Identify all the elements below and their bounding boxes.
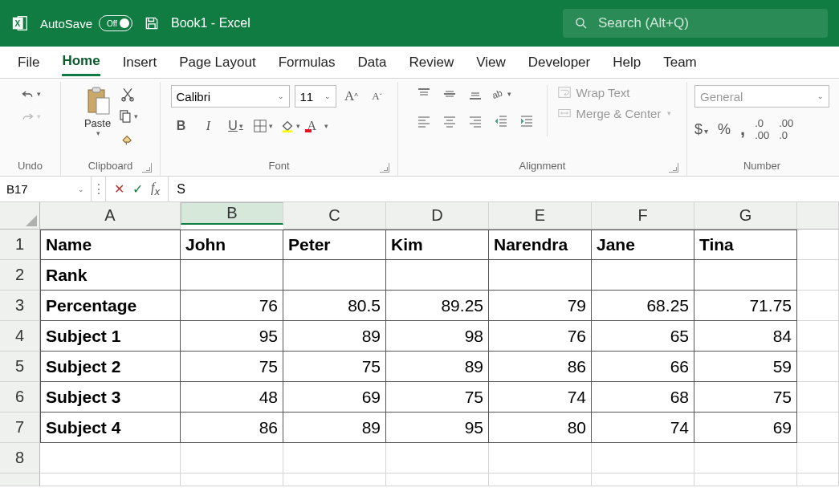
cell[interactable]: [592, 474, 694, 486]
cell[interactable]: [283, 260, 386, 291]
currency-button[interactable]: $▾: [694, 121, 708, 138]
cell[interactable]: 68.25: [592, 291, 694, 321]
cell[interactable]: [797, 352, 839, 382]
cell[interactable]: 80: [489, 413, 592, 443]
tab-team[interactable]: Team: [663, 50, 697, 75]
redo-button[interactable]: ▾: [20, 108, 41, 125]
cell[interactable]: Name: [40, 230, 181, 260]
bold-button[interactable]: B: [171, 117, 192, 135]
cell[interactable]: [797, 291, 839, 321]
save-icon[interactable]: [144, 15, 160, 31]
column-header-h[interactable]: [797, 202, 839, 230]
cell[interactable]: Percentage: [40, 291, 181, 321]
cell[interactable]: 80.5: [283, 291, 386, 321]
cell[interactable]: [386, 260, 489, 291]
cell[interactable]: [40, 474, 181, 486]
align-center-button[interactable]: [439, 112, 460, 130]
cell[interactable]: 66: [592, 352, 694, 382]
cell[interactable]: [181, 443, 283, 474]
cell[interactable]: Subject 3: [40, 382, 181, 413]
cell[interactable]: 59: [694, 352, 797, 382]
cell[interactable]: [283, 443, 386, 474]
cell[interactable]: 86: [181, 413, 283, 443]
column-header-G[interactable]: G: [694, 202, 797, 230]
cell[interactable]: [797, 260, 839, 291]
cell[interactable]: Peter: [283, 230, 386, 260]
cell[interactable]: Subject 2: [40, 352, 181, 382]
tab-home[interactable]: Home: [62, 48, 100, 76]
search-input[interactable]: Search (Alt+Q): [563, 9, 828, 38]
cell[interactable]: [797, 443, 839, 474]
cancel-formula-button[interactable]: ✕: [114, 181, 124, 197]
cell[interactable]: 75: [181, 352, 283, 382]
row-header-9[interactable]: [0, 474, 40, 486]
cell[interactable]: [797, 474, 839, 486]
cell[interactable]: 98: [386, 321, 489, 352]
tab-formulas[interactable]: Formulas: [279, 50, 336, 75]
align-left-button[interactable]: [413, 112, 434, 130]
align-right-button[interactable]: [465, 112, 486, 130]
tab-page-layout[interactable]: Page Layout: [179, 50, 255, 75]
cell[interactable]: [797, 413, 839, 443]
cell[interactable]: [592, 443, 694, 474]
comma-button[interactable]: ,: [740, 119, 745, 140]
cell[interactable]: 89.25: [386, 291, 489, 321]
cell[interactable]: 89: [283, 321, 386, 352]
decrease-font-button[interactable]: Aˇ: [367, 87, 388, 105]
tab-developer[interactable]: Developer: [528, 50, 591, 75]
cell[interactable]: 89: [283, 413, 386, 443]
cell[interactable]: Jane: [592, 230, 694, 260]
undo-button[interactable]: ▾: [20, 85, 41, 103]
cell[interactable]: 86: [489, 352, 592, 382]
cell[interactable]: 76: [489, 321, 592, 352]
tab-view[interactable]: View: [476, 50, 506, 75]
cell[interactable]: 76: [181, 291, 283, 321]
increase-indent-button[interactable]: [516, 112, 537, 130]
cell[interactable]: John: [181, 230, 283, 260]
column-header-B[interactable]: B: [181, 202, 283, 225]
cell[interactable]: Subject 4: [40, 413, 181, 443]
paste-button[interactable]: Paste▾: [83, 85, 112, 137]
format-painter-button[interactable]: [117, 130, 138, 148]
cell[interactable]: Kim: [386, 230, 489, 260]
cell[interactable]: 48: [181, 382, 283, 413]
decrease-indent-button[interactable]: [491, 112, 511, 130]
cell[interactable]: 89: [386, 352, 489, 382]
cell[interactable]: [489, 443, 592, 474]
row-header-1[interactable]: 1: [0, 230, 40, 260]
alignment-dialog-launcher[interactable]: [669, 163, 678, 173]
enter-formula-button[interactable]: ✓: [132, 181, 143, 197]
column-header-D[interactable]: D: [386, 202, 489, 230]
cell[interactable]: [592, 260, 694, 291]
cell[interactable]: [797, 382, 839, 413]
cell[interactable]: Rank: [40, 260, 181, 291]
cell[interactable]: [797, 230, 839, 260]
row-header-4[interactable]: 4: [0, 321, 40, 352]
number-format-select[interactable]: General⌄: [694, 85, 829, 108]
percent-button[interactable]: %: [718, 121, 731, 138]
cell[interactable]: 95: [181, 321, 283, 352]
font-size-select[interactable]: 11⌄: [295, 85, 336, 108]
increase-decimal-button[interactable]: .0.00: [755, 117, 769, 141]
cell[interactable]: 75: [386, 382, 489, 413]
cell[interactable]: [489, 260, 592, 291]
select-all-corner[interactable]: [0, 202, 40, 230]
font-color-button[interactable]: A▾: [307, 117, 328, 135]
cell[interactable]: [694, 474, 797, 486]
cell[interactable]: 71.75: [694, 291, 797, 321]
font-dialog-launcher[interactable]: [380, 163, 389, 173]
cell[interactable]: [40, 443, 181, 474]
cell[interactable]: [181, 474, 283, 486]
cut-button[interactable]: [117, 85, 138, 103]
cell[interactable]: [181, 260, 283, 291]
column-header-F[interactable]: F: [592, 202, 694, 230]
fill-color-button[interactable]: ▾: [280, 117, 301, 135]
row-header-3[interactable]: 3: [0, 291, 40, 321]
row-header-8[interactable]: 8: [0, 443, 40, 474]
orientation-button[interactable]: ab▾: [491, 85, 511, 103]
cell[interactable]: 74: [592, 413, 694, 443]
row-header-6[interactable]: 6: [0, 382, 40, 413]
cell[interactable]: 84: [694, 321, 797, 352]
formula-input[interactable]: S: [169, 182, 839, 197]
cell[interactable]: 74: [489, 382, 592, 413]
